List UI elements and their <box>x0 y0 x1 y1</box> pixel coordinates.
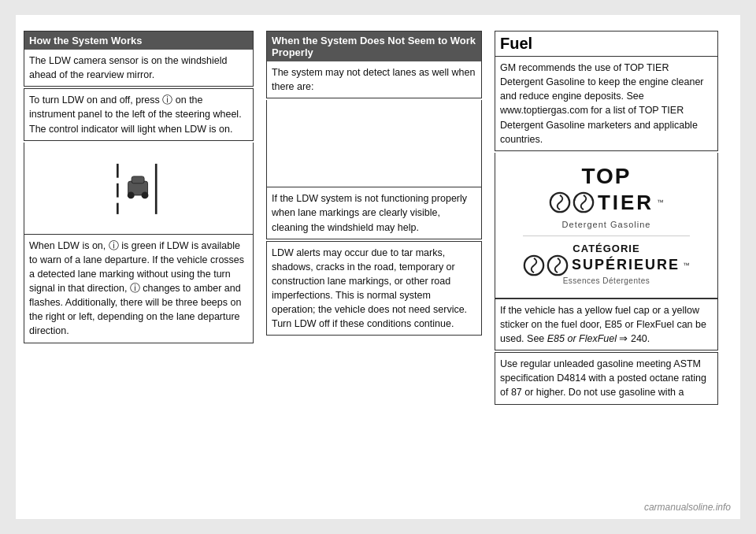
ldw-not-functioning-body: If the LDW system is not functioning pro… <box>267 187 481 238</box>
svg-point-6 <box>128 191 135 198</box>
ldw-alerts-body: LDW alerts may occur due to tar marks, s… <box>267 242 481 336</box>
column-right: Fuel GM recommends the use of TOP TIER D… <box>488 31 724 503</box>
ldw-turn-on-body: To turn LDW on and off, press ⓘ on the i… <box>24 89 253 139</box>
toptier-top-text: TOP <box>581 165 631 187</box>
svg-rect-5 <box>132 176 144 184</box>
fuel-page-ref: ⇒ 240 <box>619 333 647 344</box>
fuel-unleaded-box: Use regular unleaded gasoline meeting AS… <box>495 352 718 404</box>
ldw-turn-on-box: To turn LDW on and off, press ⓘ on the i… <box>24 88 254 140</box>
fuel-header: Fuel <box>495 32 717 57</box>
watermark: carmanualsoline.info <box>644 502 731 513</box>
categorie-label: CATÉGORIE <box>573 243 639 254</box>
system-not-work-header: When the System Does Not Seem to Work Pr… <box>267 32 481 61</box>
fuel-body1: GM recommends the use of TOP TIER Deterg… <box>495 57 717 150</box>
essences-label: Essences Détergentes <box>563 276 650 285</box>
fuel-box: Fuel GM recommends the use of TOP TIER D… <box>495 31 718 151</box>
system-not-work-body1: The system may not detect lanes as well … <box>267 61 481 98</box>
categorie-trademark: ™ <box>683 261 690 269</box>
page: How the System Works The LDW camera sens… <box>16 15 740 519</box>
toptier-trademark: ™ <box>657 198 664 206</box>
empty-space <box>266 100 482 187</box>
fuel-yellow-cap-body: If the vehicle has a yellow fuel cap or … <box>495 299 717 350</box>
ldw-icon <box>103 157 174 220</box>
how-system-works-box: How the System Works The LDW camera sens… <box>24 31 254 87</box>
toptier-brand-row: TIER ™ <box>549 191 664 215</box>
ldw-not-functioning-box: If the LDW system is not functioning pro… <box>266 187 482 239</box>
categorie-brand-row: SUPÉRIEURE ™ <box>523 254 690 276</box>
swirl-icon-3 <box>523 254 545 276</box>
fuel-unleaded-body: Use regular unleaded gasoline meeting AS… <box>495 353 717 403</box>
system-not-work-box: When the System Does Not Seem to Work Pr… <box>266 31 482 98</box>
ldw-alerts-box: LDW alerts may occur due to tar marks, s… <box>266 241 482 336</box>
swirl-icon-2 <box>573 191 595 213</box>
superieure-label: SUPÉRIEURE <box>572 257 680 273</box>
ldw-image-area <box>24 143 254 234</box>
toptier-tier-text: TIER <box>598 191 654 215</box>
column-left: How the System Works The LDW camera sens… <box>24 31 260 503</box>
swirl-icon-4 <box>547 254 569 276</box>
ldw-green-body: When LDW is on, ⓘ is green if LDW is ava… <box>24 235 253 343</box>
fuel-e85-italic: E85 or FlexFuel <box>547 333 617 344</box>
ldw-green-box: When LDW is on, ⓘ is green if LDW is ava… <box>24 234 254 343</box>
categorie-block: CATÉGORIE SUPÉRIEURE ™ <box>523 243 690 285</box>
how-system-works-header: How the System Works <box>24 32 253 50</box>
toptier-swirls <box>549 191 595 213</box>
toptier-logo: TOP TIER ™ <box>549 165 664 229</box>
how-system-works-body1: The LDW camera sensor is on the windshie… <box>24 50 253 86</box>
swirl-icon-1 <box>549 191 571 213</box>
fuel-yellow-cap-box: If the vehicle has a yellow fuel cap or … <box>495 299 718 350</box>
column-mid: When the System Does Not Seem to Work Pr… <box>260 31 488 503</box>
toptier-subtitle: Detergent Gasoline <box>562 220 651 229</box>
svg-point-7 <box>142 191 149 198</box>
toptier-logo-box: TOP TIER ™ <box>495 153 718 299</box>
categorie-swirls <box>523 254 569 276</box>
toptier-divider <box>523 235 691 236</box>
